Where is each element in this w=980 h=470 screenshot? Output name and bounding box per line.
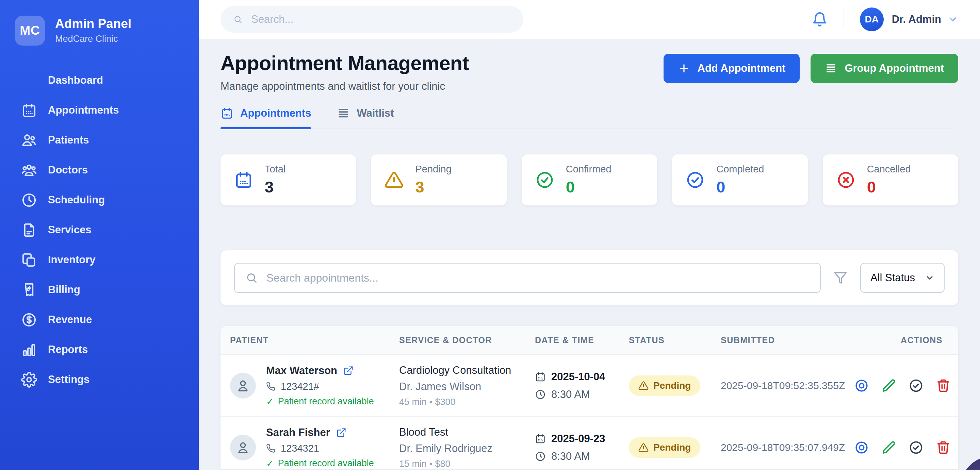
calendar-icon xyxy=(535,372,546,382)
stat-value: 3 xyxy=(415,178,451,196)
sidebar-item-label: Scheduling xyxy=(48,194,105,206)
confirm-button[interactable] xyxy=(908,440,924,455)
delete-button[interactable] xyxy=(936,440,951,455)
main-content: Appointment Management Manage appointmen… xyxy=(199,40,980,470)
page-subtitle: Manage appointments and waitlist for you… xyxy=(221,80,469,92)
calendar-icon xyxy=(221,107,234,120)
clock-icon xyxy=(535,451,546,462)
sidebar-item-settings[interactable]: Settings xyxy=(0,365,199,394)
sidebar-item-reports[interactable]: Reports xyxy=(0,335,199,365)
edit-button[interactable] xyxy=(881,440,896,455)
column-header-actions: Actions xyxy=(854,335,958,345)
delete-button[interactable] xyxy=(936,378,951,393)
page-header: Appointment Management Manage appointmen… xyxy=(221,52,958,92)
clinic-name: MedCare Clinic xyxy=(55,34,131,44)
sidebar-item-doctors[interactable]: Doctors xyxy=(0,155,199,185)
appointments-search-input[interactable] xyxy=(266,272,809,284)
user-menu[interactable]: DA Dr. Admin xyxy=(860,8,958,31)
sidebar-item-label: Inventory xyxy=(48,254,95,266)
global-search-input[interactable] xyxy=(251,13,511,25)
sidebar-item-label: Reports xyxy=(48,343,88,356)
sidebar-item-revenue[interactable]: Revenue xyxy=(0,305,199,335)
view-button[interactable] xyxy=(854,378,869,393)
sidebar-item-dashboard[interactable]: Dashboard xyxy=(0,65,199,95)
stat-label: Cancelled xyxy=(867,164,911,175)
group-appointment-button[interactable]: Group Appointment xyxy=(811,54,958,83)
add-appointment-button[interactable]: Add Appointment xyxy=(663,54,800,83)
status-cell: Pending xyxy=(619,437,711,458)
check-icon: ✓ xyxy=(266,396,274,407)
view-button[interactable] xyxy=(854,440,869,455)
stat-cards: Total 3 Pending 3 Confirmed 0 Completed … xyxy=(221,154,958,205)
status-label: Pending xyxy=(653,380,691,391)
external-link-icon[interactable] xyxy=(336,427,347,438)
submitted-timestamp: 2025-09-18T09:35:07.949Z xyxy=(711,442,854,453)
check-icon: ✓ xyxy=(266,458,274,469)
patient-name: Sarah Fisher xyxy=(266,427,330,439)
calendar-icon xyxy=(21,102,37,118)
patient-record-note: Patient record available xyxy=(278,458,374,468)
warning-triangle-icon xyxy=(385,170,404,189)
external-link-icon[interactable] xyxy=(343,365,353,376)
sidebar-item-appointments[interactable]: Appointments xyxy=(0,95,199,125)
calendar-icon xyxy=(234,170,253,189)
status-badge: Pending xyxy=(629,437,700,458)
topbar-divider xyxy=(843,10,844,29)
tab-appointments[interactable]: Appointments xyxy=(221,107,311,129)
filter-bar: All Status xyxy=(221,250,958,305)
pencil-icon xyxy=(881,440,896,455)
status-filter-select[interactable]: All Status xyxy=(860,263,945,293)
bell-icon xyxy=(811,11,828,27)
page-title: Appointment Management xyxy=(221,52,469,75)
doctor-name: Dr. James Wilson xyxy=(399,381,525,393)
document-icon xyxy=(21,222,37,238)
list-icon xyxy=(825,62,837,75)
sidebar-nav: Dashboard Appointments Patients Doctors … xyxy=(0,65,199,394)
header-actions: Add Appointment Group Appointment xyxy=(663,54,958,83)
service-cell: Cardiology Consultation Dr. James Wilson… xyxy=(390,364,525,407)
dashboard-icon-placeholder xyxy=(21,72,37,89)
x-circle-icon xyxy=(837,170,856,189)
clock-icon xyxy=(535,389,546,400)
stat-label: Total xyxy=(265,164,285,175)
eye-icon xyxy=(854,440,869,455)
sidebar-item-services[interactable]: Services xyxy=(0,215,199,245)
tab-label: Waitlist xyxy=(356,107,394,119)
confirm-button[interactable] xyxy=(908,378,924,393)
status-cell: Pending xyxy=(619,375,711,396)
sidebar-item-inventory[interactable]: Inventory xyxy=(0,245,199,275)
search-icon xyxy=(234,14,242,24)
column-header-service-doctor: Service & Doctor xyxy=(390,335,525,345)
global-search[interactable] xyxy=(221,6,523,33)
patient-phone: 1234321 xyxy=(281,443,319,454)
sidebar-item-label: Dashboard xyxy=(48,74,103,86)
service-meta: 15 min • $80 xyxy=(399,459,525,469)
avatar: DA xyxy=(860,8,884,31)
appointment-date: 2025-09-23 xyxy=(551,433,605,445)
sidebar-item-patients[interactable]: Patients xyxy=(0,125,199,155)
stat-value: 0 xyxy=(716,178,764,196)
service-name: Cardiology Consultation xyxy=(399,364,525,376)
sidebar-item-billing[interactable]: Billing xyxy=(0,275,199,305)
sidebar-item-label: Revenue xyxy=(48,314,92,326)
sidebar-item-label: Patients xyxy=(48,134,89,146)
column-header-status: Status xyxy=(619,335,711,345)
sidebar-item-scheduling[interactable]: Scheduling xyxy=(0,185,199,215)
patient-avatar xyxy=(230,435,256,460)
sidebar-item-label: Services xyxy=(48,224,92,236)
table-header-row: Patient Service & Doctor Date & Time Sta… xyxy=(221,326,958,355)
tab-waitlist[interactable]: Waitlist xyxy=(337,107,394,129)
appointments-search[interactable] xyxy=(234,263,821,293)
stat-card-cancelled: Cancelled 0 xyxy=(823,154,958,205)
notifications-button[interactable] xyxy=(811,11,828,27)
stat-card-total: Total 3 xyxy=(221,154,356,205)
plus-icon xyxy=(678,62,690,75)
stat-label: Pending xyxy=(415,164,451,175)
appointment-time: 8:30 AM xyxy=(551,388,590,401)
status-label: Pending xyxy=(653,442,691,453)
sidebar-header: MC Admin Panel MedCare Clinic xyxy=(0,0,199,56)
edit-button[interactable] xyxy=(881,378,896,393)
table-row: Sarah Fisher 1234321 ✓ Patient record av… xyxy=(221,417,958,468)
patient-avatar xyxy=(230,373,256,399)
patient-cell: Max Waterson 123421# ✓ Patient record av… xyxy=(221,365,390,407)
